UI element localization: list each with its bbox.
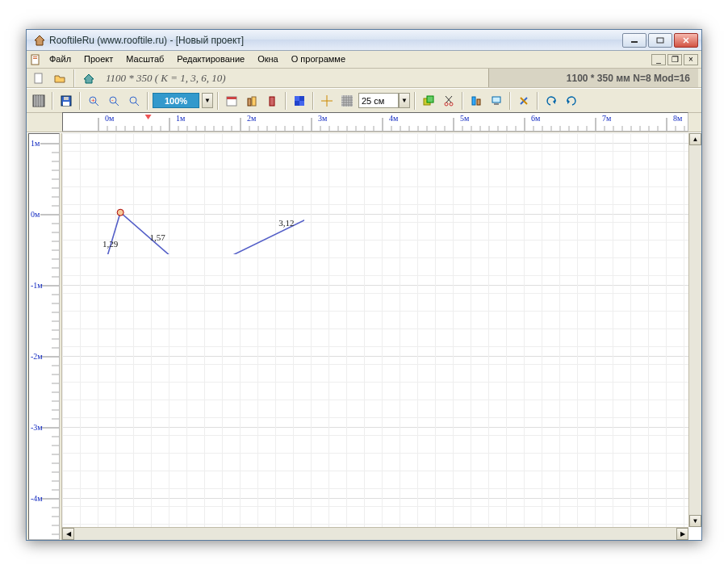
svg-line-22 <box>115 103 119 106</box>
module-status: 1100 * 350 мм N=8 Mod=16 <box>488 69 698 87</box>
app-icon <box>33 34 46 47</box>
chimney-button[interactable] <box>263 93 281 109</box>
client-area: + - 100% ▼ ▼ <box>27 88 701 540</box>
cut-button[interactable] <box>440 93 458 109</box>
svg-rect-43 <box>472 97 475 105</box>
svg-text:4м: 4м <box>389 114 399 123</box>
svg-rect-45 <box>492 97 500 103</box>
titlebar: RooftileRu (www.rooftile.ru) - [Новый пр… <box>27 30 701 51</box>
computer-button[interactable] <box>487 93 505 109</box>
mdi-close-button[interactable]: × <box>684 54 698 65</box>
main-toolbar: + - 100% ▼ ▼ <box>27 89 701 113</box>
redo-button[interactable] <box>563 93 580 109</box>
scroll-down-button[interactable]: ▼ <box>689 515 701 527</box>
svg-rect-17 <box>64 97 69 100</box>
svg-point-24 <box>130 97 136 103</box>
document-icon <box>28 51 43 68</box>
svg-marker-9 <box>84 74 94 83</box>
scroll-left-button[interactable]: ◀ <box>62 528 74 540</box>
svg-text:-: - <box>111 96 114 103</box>
svg-rect-28 <box>248 98 251 106</box>
svg-rect-16 <box>63 102 69 106</box>
vertical-ruler: 1м0м-1м-2м-3м-4м <box>27 133 62 540</box>
app-window: RooftileRu (www.rooftile.ru) - [Новый пр… <box>26 29 702 541</box>
house-button[interactable] <box>80 70 98 86</box>
open-button[interactable] <box>51 70 69 86</box>
crosshair-button[interactable] <box>318 93 336 109</box>
svg-rect-33 <box>299 101 304 106</box>
svg-text:5м: 5м <box>460 114 470 123</box>
horizontal-scrollbar[interactable]: ◀ ▶ <box>62 527 688 540</box>
menu-scale[interactable]: Масштаб <box>119 51 170 68</box>
svg-text:0м: 0м <box>105 114 115 123</box>
calendar-button[interactable] <box>223 93 241 109</box>
zoom-fit-button[interactable] <box>125 93 143 109</box>
mdi-restore-button[interactable]: ❐ <box>667 54 682 65</box>
svg-text:1м: 1м <box>176 114 186 123</box>
close-button[interactable] <box>674 33 698 48</box>
svg-rect-29 <box>252 97 256 106</box>
undo-button[interactable] <box>542 93 560 109</box>
svg-text:0м: 0м <box>31 210 40 219</box>
svg-text:6м: 6м <box>531 114 541 123</box>
menu-edit[interactable]: Редактирование <box>170 51 251 68</box>
vertical-scrollbar[interactable]: ▲ ▼ <box>688 133 701 527</box>
tools-button[interactable] <box>515 93 533 109</box>
svg-text:-1м: -1м <box>31 281 43 290</box>
overlay-button[interactable] <box>420 93 437 109</box>
svg-rect-27 <box>227 97 236 99</box>
svg-point-40 <box>450 103 453 106</box>
mdi-minimize-button[interactable]: _ <box>651 54 666 65</box>
zoom-out-button[interactable]: - <box>105 93 123 109</box>
zoom-indicator: 100% <box>153 93 199 108</box>
align-button[interactable] <box>467 93 485 109</box>
svg-line-19 <box>95 103 98 106</box>
svg-line-42 <box>446 96 451 103</box>
zoom-dropdown[interactable]: ▼ <box>202 93 213 108</box>
svg-text:-3м: -3м <box>31 423 43 432</box>
building-button[interactable] <box>243 93 261 109</box>
svg-marker-50 <box>567 99 570 104</box>
svg-line-25 <box>136 103 139 106</box>
svg-rect-30 <box>270 97 274 106</box>
svg-text:-2м: -2м <box>31 352 43 361</box>
menu-windows[interactable]: Окна <box>251 51 285 68</box>
svg-text:3м: 3м <box>318 114 328 123</box>
grid-size-combo[interactable]: ▼ <box>358 93 410 109</box>
svg-marker-49 <box>553 99 555 104</box>
menu-file[interactable]: Файл <box>43 51 77 68</box>
horizontal-ruler: 0м1м2м3м4м5м6м7м8м <box>62 112 688 132</box>
svg-marker-132 <box>145 115 152 119</box>
scroll-up-button[interactable]: ▲ <box>689 133 701 145</box>
svg-rect-38 <box>427 96 433 103</box>
svg-rect-6 <box>33 56 37 57</box>
maximize-button[interactable] <box>648 33 672 48</box>
new-button[interactable] <box>30 70 48 86</box>
svg-line-41 <box>446 96 452 103</box>
save-button[interactable] <box>57 93 75 109</box>
menu-about[interactable]: О программе <box>285 51 352 68</box>
svg-text:7м: 7м <box>602 114 612 123</box>
grid-size-input[interactable] <box>358 93 399 108</box>
panel-button[interactable] <box>30 93 48 109</box>
svg-marker-0 <box>35 36 44 45</box>
svg-rect-8 <box>35 73 42 83</box>
topbar: 1100 * 350 ( K = 1, 3, 6, 10) 1100 * 350… <box>27 69 701 88</box>
svg-text:+: + <box>91 97 95 104</box>
svg-text:2м: 2м <box>247 114 257 123</box>
window-title: RooftileRu (www.rooftile.ru) - [Новый пр… <box>49 35 622 46</box>
minimize-button[interactable] <box>622 33 646 48</box>
svg-text:8м: 8м <box>673 114 683 123</box>
scroll-right-button[interactable]: ▶ <box>676 528 688 540</box>
svg-rect-44 <box>477 99 480 105</box>
svg-text:-4м: -4м <box>31 494 43 503</box>
drawing-canvas[interactable]: 1,291,573,123,397,28 ▲ ▼ ◀ ▶ <box>62 133 701 540</box>
grid-toggle-button[interactable] <box>338 93 356 109</box>
grid-size-dropdown[interactable]: ▼ <box>399 93 410 108</box>
sheet-info: 1100 * 350 ( K = 1, 3, 6, 10) <box>106 72 226 85</box>
workspace: 1м0м-1м-2м-3м-4м 1,291,573,123,397,28 ▲ … <box>27 132 701 540</box>
tiles-button[interactable] <box>291 93 308 109</box>
menu-project[interactable]: Проект <box>77 51 119 68</box>
zoom-in-button[interactable]: + <box>85 93 103 109</box>
horizontal-ruler-row: 0м1м2м3м4м5м6м7м8м <box>27 113 701 132</box>
